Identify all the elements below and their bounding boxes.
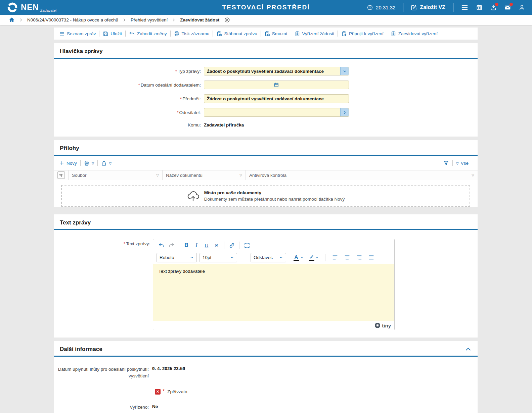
- dropdown-arrow-icon: ▽: [109, 162, 112, 165]
- zpetvzato-label: Zpětvzato: [167, 389, 187, 394]
- column-settings-cell: [54, 170, 69, 180]
- paragraph-style-select[interactable]: Odstavec: [251, 253, 286, 262]
- chevron-right-icon[interactable]: [340, 108, 349, 116]
- editor-toolbar-row1: B I U S: [153, 239, 394, 251]
- sliders-icon[interactable]: [57, 171, 65, 179]
- file-dropzone[interactable]: Místo pro vaše dokumenty Dokumenty sem m…: [61, 185, 470, 207]
- pripojit-k-vyrizeni-button[interactable]: Připojit k vyřízení: [341, 31, 384, 37]
- close-tab-icon[interactable]: [224, 17, 230, 23]
- dropdown-arrow-icon: ▽: [456, 162, 459, 165]
- field-label: *Předmět:: [54, 96, 204, 101]
- typ-zpravy-select[interactable]: Žádost o poskytnutí vysvětlení zadávací …: [204, 67, 349, 75]
- dropdown-arrow-icon: ▽: [92, 162, 94, 165]
- action-toolbar: Seznam zpráv Uložit Zahodit změny: [54, 28, 478, 40]
- nen-logo[interactable]: NEN Zadavatel: [7, 2, 58, 13]
- bold-button[interactable]: B: [182, 241, 191, 250]
- unchecked-x-icon[interactable]: ✕: [155, 389, 161, 395]
- predmet-input[interactable]: Žádost o poskytnutí vysvětlení zadávací …: [204, 94, 349, 103]
- tiny-logo-icon: [375, 323, 380, 328]
- divider: [213, 31, 213, 37]
- chevron-right-icon: [19, 18, 23, 22]
- undo-button[interactable]: [157, 241, 166, 250]
- datepicker-icon[interactable]: [274, 82, 279, 88]
- vse-filter-button[interactable]: ▽ Vše: [456, 161, 469, 166]
- field-label: *Text zprávy:: [54, 239, 153, 330]
- section-title: Text zprávy: [60, 219, 91, 226]
- print-attachments-button[interactable]: ▽: [84, 160, 94, 166]
- datum-lhuty-value: 9. 4. 2025 23:59: [152, 366, 185, 379]
- sort-arrow-icon[interactable]: ▽: [472, 173, 474, 177]
- zaevidovat-vyrizeni-button[interactable]: Zaevidovat vyřízení: [391, 31, 438, 37]
- breadcrumb-item-prehled[interactable]: Přehled vysvětlení: [131, 17, 168, 22]
- field-row-komu: Komu: Zadavatel příručka: [54, 122, 478, 128]
- clock-icon: [367, 4, 373, 11]
- menu-button[interactable]: [461, 4, 469, 11]
- italic-button[interactable]: I: [192, 241, 201, 250]
- font-size-select[interactable]: 10pt: [200, 253, 237, 262]
- chevron-down-icon: [279, 256, 283, 260]
- highlighter-icon: [309, 254, 314, 259]
- section-title: Další informace: [60, 346, 102, 353]
- downloads-button[interactable]: [490, 4, 497, 11]
- list-icon: [59, 31, 65, 37]
- column-header-antivirova-kontrola[interactable]: Antivirová kontrola ▽: [246, 170, 478, 180]
- collapse-section-icon[interactable]: [465, 346, 472, 353]
- sort-arrow-icon[interactable]: ▽: [156, 173, 159, 177]
- datum-odeslani-input[interactable]: [204, 81, 349, 89]
- tiny-brand[interactable]: tiny: [382, 323, 391, 328]
- link-button[interactable]: [227, 241, 236, 250]
- messages-button[interactable]: [504, 4, 511, 11]
- redo-button[interactable]: [167, 241, 176, 250]
- seznam-zprav-button[interactable]: Seznam zpráv: [59, 31, 96, 37]
- zalozit-vz-button[interactable]: Založit VZ: [411, 4, 445, 11]
- novy-button[interactable]: Nový: [59, 160, 77, 166]
- hamburger-icon: [461, 4, 469, 11]
- fullscreen-button[interactable]: [242, 241, 252, 250]
- smazat-button[interactable]: Smazat: [264, 31, 287, 37]
- dropzone-title: Místo pro vaše dokumenty: [204, 190, 345, 195]
- komu-value: Zadavatel příručka: [204, 122, 244, 127]
- align-left-button[interactable]: [330, 253, 340, 262]
- breadcrumb-item-zakazka[interactable]: N006/24/V00003732 - Nákup ovoce a ořechů: [27, 17, 118, 22]
- align-right-button[interactable]: [354, 253, 364, 262]
- column-header-soubor[interactable]: Soubor ▽: [69, 170, 163, 180]
- edit-icon: [411, 4, 417, 11]
- home-icon[interactable]: [9, 17, 15, 23]
- strikethrough-button[interactable]: S: [212, 241, 221, 250]
- zahodit-zmeny-button[interactable]: Zahodit změny: [129, 31, 167, 37]
- current-color-swatch: [294, 260, 299, 261]
- font-family-select[interactable]: Roboto: [157, 253, 197, 262]
- column-header-nazev-dokumentu[interactable]: Název dokumentu ▽: [163, 170, 246, 180]
- divider: [338, 31, 338, 37]
- ulozit-button[interactable]: Uložit: [103, 31, 122, 37]
- printer-icon: [84, 160, 90, 166]
- divider: [115, 160, 115, 166]
- calendar-icon: [476, 4, 483, 11]
- field-label: Datum uplynutí lhůty pro odeslání poskyt…: [54, 366, 152, 379]
- divider: [453, 3, 453, 12]
- divider: [472, 160, 472, 166]
- tisk-zaznamu-button[interactable]: Tisk záznamu: [174, 31, 210, 37]
- editor-content-area[interactable]: Text zprávy dodavatele: [153, 264, 394, 321]
- divider: [99, 31, 99, 37]
- info-row-datum-lhuty: Datum uplynutí lhůty pro odeslání poskyt…: [54, 366, 478, 379]
- save-icon: [103, 31, 108, 37]
- user-button[interactable]: [519, 4, 525, 11]
- highlight-color-button[interactable]: [309, 254, 319, 261]
- text-color-button[interactable]: A: [294, 254, 304, 261]
- filter-button[interactable]: [443, 160, 449, 166]
- notification-dot: [509, 3, 513, 6]
- chevron-down-icon[interactable]: [340, 67, 349, 75]
- export-attachments-button[interactable]: ▽: [101, 160, 112, 166]
- divider: [80, 160, 81, 166]
- odesilatel-input[interactable]: [204, 108, 349, 117]
- clipboard-icon: [391, 31, 396, 37]
- align-justify-button[interactable]: [366, 253, 376, 262]
- calendar-button[interactable]: [476, 4, 483, 11]
- sort-arrow-icon[interactable]: ▽: [239, 173, 242, 177]
- plus-icon: [59, 160, 64, 166]
- stahnout-zpravu-button[interactable]: Stáhnout zprávu: [216, 31, 257, 37]
- vyrizeni-zadosti-button[interactable]: Vyřízení žádosti: [295, 31, 335, 37]
- align-center-button[interactable]: [342, 253, 352, 262]
- underline-button[interactable]: U: [202, 241, 211, 250]
